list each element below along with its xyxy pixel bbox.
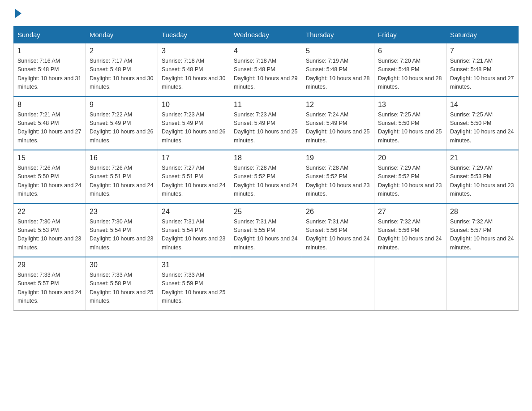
day-info: Sunrise: 7:27 AM Sunset: 5:51 PM Dayligh… — [162, 164, 226, 199]
day-info: Sunrise: 7:18 AM Sunset: 5:48 PM Dayligh… — [162, 57, 226, 92]
calendar-cell: 7 Sunrise: 7:21 AM Sunset: 5:48 PM Dayli… — [446, 43, 519, 97]
day-number: 30 — [90, 261, 154, 269]
day-number: 29 — [17, 261, 82, 269]
calendar-cell: 18 Sunrise: 7:28 AM Sunset: 5:52 PM Dayl… — [230, 150, 302, 204]
column-header-friday: Friday — [374, 26, 446, 43]
day-info: Sunrise: 7:31 AM Sunset: 5:55 PM Dayligh… — [234, 218, 298, 253]
calendar-cell: 14 Sunrise: 7:25 AM Sunset: 5:50 PM Dayl… — [446, 97, 519, 150]
day-info: Sunrise: 7:24 AM Sunset: 5:49 PM Dayligh… — [306, 111, 370, 146]
calendar-cell — [374, 257, 446, 310]
day-info: Sunrise: 7:19 AM Sunset: 5:48 PM Dayligh… — [306, 57, 370, 92]
calendar-cell: 17 Sunrise: 7:27 AM Sunset: 5:51 PM Dayl… — [158, 150, 230, 204]
day-number: 7 — [450, 47, 515, 55]
calendar-cell: 22 Sunrise: 7:30 AM Sunset: 5:53 PM Dayl… — [14, 204, 86, 257]
calendar-cell: 12 Sunrise: 7:24 AM Sunset: 5:49 PM Dayl… — [302, 97, 374, 150]
day-number: 21 — [450, 154, 515, 162]
day-number: 26 — [306, 208, 370, 216]
day-number: 1 — [17, 47, 82, 55]
calendar-week-row: 15 Sunrise: 7:26 AM Sunset: 5:50 PM Dayl… — [14, 150, 519, 204]
day-info: Sunrise: 7:30 AM Sunset: 5:53 PM Dayligh… — [17, 218, 82, 253]
calendar-cell: 21 Sunrise: 7:29 AM Sunset: 5:53 PM Dayl… — [446, 150, 519, 204]
day-info: Sunrise: 7:31 AM Sunset: 5:56 PM Dayligh… — [306, 218, 370, 253]
day-number: 9 — [90, 101, 154, 109]
day-number: 8 — [17, 101, 82, 109]
day-number: 28 — [450, 208, 515, 216]
calendar-cell: 15 Sunrise: 7:26 AM Sunset: 5:50 PM Dayl… — [14, 150, 86, 204]
day-number: 24 — [162, 208, 226, 216]
day-number: 31 — [162, 261, 226, 269]
day-info: Sunrise: 7:33 AM Sunset: 5:58 PM Dayligh… — [90, 271, 154, 306]
calendar-week-row: 1 Sunrise: 7:16 AM Sunset: 5:48 PM Dayli… — [14, 43, 519, 97]
calendar-week-row: 29 Sunrise: 7:33 AM Sunset: 5:57 PM Dayl… — [14, 257, 519, 310]
calendar-cell: 8 Sunrise: 7:21 AM Sunset: 5:48 PM Dayli… — [14, 97, 86, 150]
calendar-cell: 16 Sunrise: 7:26 AM Sunset: 5:51 PM Dayl… — [86, 150, 158, 204]
calendar-week-row: 8 Sunrise: 7:21 AM Sunset: 5:48 PM Dayli… — [14, 97, 519, 150]
day-info: Sunrise: 7:22 AM Sunset: 5:49 PM Dayligh… — [90, 111, 154, 146]
day-number: 10 — [162, 101, 226, 109]
day-info: Sunrise: 7:29 AM Sunset: 5:52 PM Dayligh… — [378, 164, 442, 199]
day-number: 6 — [378, 47, 442, 55]
day-number: 15 — [17, 154, 82, 162]
logo — [13, 9, 21, 17]
calendar-week-row: 22 Sunrise: 7:30 AM Sunset: 5:53 PM Dayl… — [14, 204, 519, 257]
calendar-cell: 28 Sunrise: 7:32 AM Sunset: 5:57 PM Dayl… — [446, 204, 519, 257]
calendar-cell — [302, 257, 374, 310]
calendar-cell — [230, 257, 302, 310]
calendar-cell: 3 Sunrise: 7:18 AM Sunset: 5:48 PM Dayli… — [158, 43, 230, 97]
day-info: Sunrise: 7:33 AM Sunset: 5:59 PM Dayligh… — [162, 271, 226, 306]
calendar-cell: 26 Sunrise: 7:31 AM Sunset: 5:56 PM Dayl… — [302, 204, 374, 257]
calendar-header-row: SundayMondayTuesdayWednesdayThursdayFrid… — [14, 26, 519, 43]
calendar-cell: 23 Sunrise: 7:30 AM Sunset: 5:54 PM Dayl… — [86, 204, 158, 257]
column-header-saturday: Saturday — [446, 26, 519, 43]
calendar-cell: 11 Sunrise: 7:23 AM Sunset: 5:49 PM Dayl… — [230, 97, 302, 150]
calendar-cell: 30 Sunrise: 7:33 AM Sunset: 5:58 PM Dayl… — [86, 257, 158, 310]
day-number: 12 — [306, 101, 370, 109]
day-info: Sunrise: 7:25 AM Sunset: 5:50 PM Dayligh… — [450, 111, 515, 146]
day-info: Sunrise: 7:31 AM Sunset: 5:54 PM Dayligh… — [162, 218, 226, 253]
calendar-cell: 19 Sunrise: 7:28 AM Sunset: 5:52 PM Dayl… — [302, 150, 374, 204]
day-number: 18 — [234, 154, 298, 162]
day-number: 13 — [378, 101, 442, 109]
day-number: 2 — [90, 47, 154, 55]
calendar-cell — [446, 257, 519, 310]
day-info: Sunrise: 7:16 AM Sunset: 5:48 PM Dayligh… — [17, 57, 82, 92]
calendar-cell: 27 Sunrise: 7:32 AM Sunset: 5:56 PM Dayl… — [374, 204, 446, 257]
column-header-monday: Monday — [86, 26, 158, 43]
calendar-cell: 1 Sunrise: 7:16 AM Sunset: 5:48 PM Dayli… — [14, 43, 86, 97]
day-number: 11 — [234, 101, 298, 109]
day-number: 3 — [162, 47, 226, 55]
day-number: 16 — [90, 154, 154, 162]
day-info: Sunrise: 7:28 AM Sunset: 5:52 PM Dayligh… — [234, 164, 298, 199]
calendar-cell: 31 Sunrise: 7:33 AM Sunset: 5:59 PM Dayl… — [158, 257, 230, 310]
column-header-sunday: Sunday — [14, 26, 86, 43]
calendar-table: SundayMondayTuesdayWednesdayThursdayFrid… — [13, 26, 519, 311]
day-info: Sunrise: 7:21 AM Sunset: 5:48 PM Dayligh… — [450, 57, 515, 92]
day-number: 4 — [234, 47, 298, 55]
day-info: Sunrise: 7:30 AM Sunset: 5:54 PM Dayligh… — [90, 218, 154, 253]
day-info: Sunrise: 7:23 AM Sunset: 5:49 PM Dayligh… — [162, 111, 226, 146]
calendar-cell: 29 Sunrise: 7:33 AM Sunset: 5:57 PM Dayl… — [14, 257, 86, 310]
day-number: 19 — [306, 154, 370, 162]
calendar-cell: 6 Sunrise: 7:20 AM Sunset: 5:48 PM Dayli… — [374, 43, 446, 97]
day-info: Sunrise: 7:18 AM Sunset: 5:48 PM Dayligh… — [234, 57, 298, 92]
day-info: Sunrise: 7:26 AM Sunset: 5:50 PM Dayligh… — [17, 164, 82, 199]
calendar-cell: 24 Sunrise: 7:31 AM Sunset: 5:54 PM Dayl… — [158, 204, 230, 257]
column-header-tuesday: Tuesday — [158, 26, 230, 43]
day-info: Sunrise: 7:32 AM Sunset: 5:56 PM Dayligh… — [378, 218, 442, 253]
day-info: Sunrise: 7:17 AM Sunset: 5:48 PM Dayligh… — [90, 57, 154, 92]
day-info: Sunrise: 7:25 AM Sunset: 5:50 PM Dayligh… — [378, 111, 442, 146]
calendar-cell: 5 Sunrise: 7:19 AM Sunset: 5:48 PM Dayli… — [302, 43, 374, 97]
day-info: Sunrise: 7:32 AM Sunset: 5:57 PM Dayligh… — [450, 218, 515, 253]
calendar-cell: 10 Sunrise: 7:23 AM Sunset: 5:49 PM Dayl… — [158, 97, 230, 150]
day-info: Sunrise: 7:21 AM Sunset: 5:48 PM Dayligh… — [17, 111, 82, 146]
day-info: Sunrise: 7:26 AM Sunset: 5:51 PM Dayligh… — [90, 164, 154, 199]
day-info: Sunrise: 7:20 AM Sunset: 5:48 PM Dayligh… — [378, 57, 442, 92]
day-info: Sunrise: 7:28 AM Sunset: 5:52 PM Dayligh… — [306, 164, 370, 199]
calendar-cell: 4 Sunrise: 7:18 AM Sunset: 5:48 PM Dayli… — [230, 43, 302, 97]
day-info: Sunrise: 7:29 AM Sunset: 5:53 PM Dayligh… — [450, 164, 515, 199]
day-number: 20 — [378, 154, 442, 162]
column-header-wednesday: Wednesday — [230, 26, 302, 43]
calendar-cell: 2 Sunrise: 7:17 AM Sunset: 5:48 PM Dayli… — [86, 43, 158, 97]
logo-arrow-icon — [15, 9, 21, 18]
day-info: Sunrise: 7:23 AM Sunset: 5:49 PM Dayligh… — [234, 111, 298, 146]
